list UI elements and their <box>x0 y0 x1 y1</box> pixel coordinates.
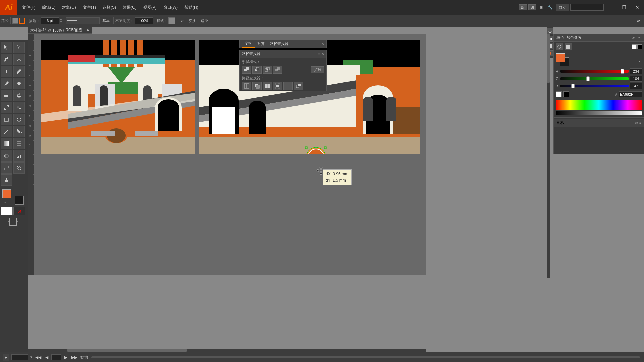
arrange-icon[interactable]: ⊕ <box>179 18 186 24</box>
canvas-panel-options[interactable]: ≡ <box>639 121 641 125</box>
eraser-tool-btn[interactable] <box>1 90 12 101</box>
hex-input[interactable]: EA682F <box>619 91 642 97</box>
crop-btn[interactable] <box>273 82 282 90</box>
zoom-tool-btn[interactable] <box>13 162 25 174</box>
color-wheel-btn[interactable] <box>556 43 563 50</box>
brush-tool-btn[interactable] <box>1 78 12 89</box>
selection-tool-btn[interactable] <box>1 42 12 53</box>
outline-btn[interactable] <box>283 82 293 90</box>
color-gradient[interactable] <box>556 100 642 110</box>
tab-transform[interactable]: 变换 <box>242 40 255 48</box>
warp-tool-btn[interactable] <box>13 102 25 113</box>
doc-close-button[interactable]: ✕ <box>86 28 89 32</box>
stroke-style[interactable]: ——— <box>66 17 100 24</box>
b-value-input[interactable]: 47 <box>630 83 642 89</box>
nav-next-btn[interactable]: ▶ <box>63 355 68 360</box>
mesh-tool-btn[interactable] <box>13 138 25 149</box>
fill-indicator[interactable] <box>12 18 18 24</box>
mode-btn[interactable]: 自动 <box>556 4 569 11</box>
scrollbar-vertical[interactable] <box>547 34 550 278</box>
stroke-basic[interactable]: 基本 <box>100 18 112 24</box>
menu-file[interactable]: 文件(F) <box>19 0 39 15</box>
opacity-value[interactable] <box>135 17 153 24</box>
g-slider-thumb[interactable] <box>586 76 590 81</box>
g-slider-track[interactable] <box>560 77 629 80</box>
page-num-input[interactable]: 1 <box>51 354 61 360</box>
transform-panel-header[interactable]: 变换 对齐 路径查找器 — ✕ <box>240 40 326 48</box>
br-button[interactable]: Br <box>519 4 527 10</box>
panel-minimize-btn[interactable]: — <box>316 42 320 46</box>
bw-gradient[interactable] <box>556 111 642 115</box>
line-tool-btn[interactable] <box>1 126 12 137</box>
nav-prev-btn[interactable]: ◀ <box>44 355 49 360</box>
none-swatch[interactable]: ⊘ <box>13 207 25 215</box>
nav-first-btn[interactable]: ◀◀ <box>34 355 42 360</box>
minus-front-btn[interactable] <box>252 66 262 74</box>
menu-edit[interactable]: 编辑(E) <box>39 0 59 15</box>
minus-back-btn[interactable] <box>294 82 303 90</box>
layout-btn[interactable]: ⊞ <box>538 5 545 10</box>
color-panel-options[interactable]: ≡ <box>637 36 641 39</box>
b-slider-thumb[interactable] <box>571 84 575 88</box>
stroke-value[interactable] <box>41 17 59 24</box>
zoom-input[interactable]: 150% <box>11 354 28 360</box>
r-slider-track[interactable] <box>560 70 629 73</box>
white-swatch-btn[interactable] <box>632 44 637 49</box>
r-value-input[interactable]: 234 <box>630 68 642 74</box>
menu-help[interactable]: 帮助(H) <box>181 0 202 15</box>
unite-btn[interactable] <box>242 66 251 74</box>
scroll-thumb-h[interactable] <box>67 349 187 352</box>
restore-button[interactable]: ❐ <box>617 0 631 15</box>
stroke-down[interactable]: ▼ <box>60 21 62 24</box>
divide-btn[interactable] <box>242 82 251 90</box>
pathfinder-header[interactable]: 路径查找器 ≡ ✕ <box>240 50 326 58</box>
slice-tool-btn[interactable] <box>1 162 12 174</box>
panel-toggle[interactable]: ≫ <box>635 18 643 24</box>
swap-colors-btn[interactable]: ⇄ <box>2 200 7 205</box>
tab-align[interactable]: 对齐 <box>255 40 267 48</box>
pencil-tool-btn[interactable] <box>13 66 25 77</box>
expand-btn[interactable]: 扩展 <box>311 66 324 73</box>
zoom-dropdown-arrow[interactable]: ▾ <box>30 355 32 359</box>
gradient-tool-btn[interactable] <box>1 138 12 149</box>
search-input[interactable] <box>570 4 604 11</box>
scroll-thumb-v[interactable] <box>547 34 550 83</box>
scale-tool-btn[interactable] <box>1 102 12 113</box>
trim-btn[interactable] <box>252 82 262 90</box>
nav-last-btn[interactable]: ▶▶ <box>70 355 78 360</box>
menu-object[interactable]: 对象(O) <box>59 0 79 15</box>
rectangle-tool-btn[interactable] <box>1 114 12 125</box>
menu-window[interactable]: 窗口(W) <box>160 0 181 15</box>
canvas-tool-btn[interactable] <box>565 43 572 50</box>
curvature-tool-btn[interactable] <box>13 54 25 65</box>
stroke-up[interactable]: ▲ <box>60 18 62 21</box>
panel-close-btn[interactable]: ✕ <box>321 42 324 46</box>
pen-tool-btn[interactable] <box>1 54 12 65</box>
path-btn[interactable]: 路径 <box>199 18 210 24</box>
menu-text[interactable]: 文字(T) <box>79 0 99 15</box>
merge-btn[interactable] <box>263 82 272 90</box>
fill-color-indicator[interactable] <box>556 53 565 62</box>
exclude-btn[interactable] <box>273 66 282 74</box>
st-button[interactable]: St <box>528 4 536 10</box>
background-color-box[interactable] <box>15 196 24 205</box>
status-btn[interactable]: ▶ <box>3 354 9 361</box>
black-swatch-btn[interactable] <box>637 44 642 49</box>
g-value-input[interactable]: 104 <box>630 76 642 82</box>
style-swatch[interactable] <box>168 17 175 24</box>
pf-panel-close[interactable]: ✕ <box>321 52 324 56</box>
blob-brush-tool-btn[interactable] <box>13 78 25 89</box>
direct-selection-tool-btn[interactable] <box>13 42 25 53</box>
pf-panel-options[interactable]: ≡ <box>318 52 320 56</box>
options-icon[interactable]: ⋮ <box>637 57 642 63</box>
r-slider-thumb[interactable] <box>621 69 624 74</box>
menu-select[interactable]: 选择(S) <box>99 0 119 15</box>
type-tool-btn[interactable]: T <box>1 66 12 77</box>
stroke-indicator[interactable] <box>19 18 25 24</box>
rotate-tool-btn[interactable] <box>13 90 25 101</box>
hand-tool-btn[interactable] <box>1 174 12 186</box>
color-panel-expand[interactable]: ≫ <box>631 36 636 39</box>
chart-tool-btn[interactable] <box>13 150 25 162</box>
foreground-color-box[interactable] <box>2 189 11 198</box>
intersect-btn[interactable] <box>263 66 272 74</box>
